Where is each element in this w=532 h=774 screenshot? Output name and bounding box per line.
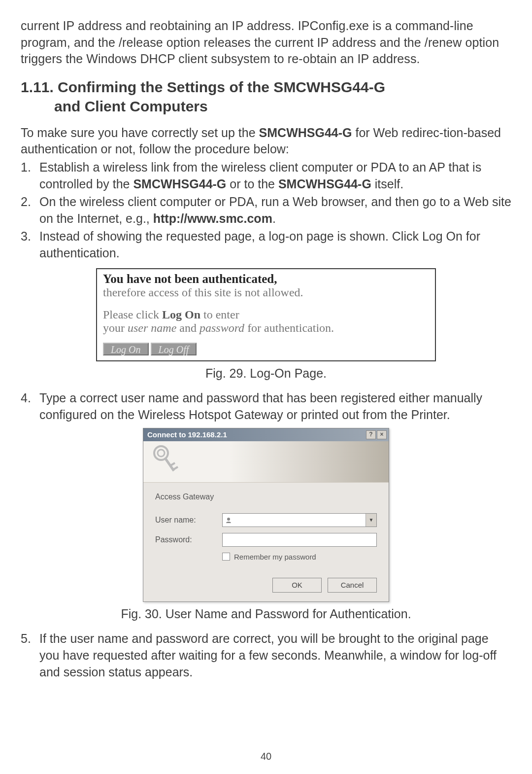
s2-t2: . xyxy=(272,211,276,225)
dialog-titlebar[interactable]: Connect to 192.168.2.1 ? × xyxy=(143,428,389,441)
realm-label: Access Gateway xyxy=(155,493,377,501)
steps-list-cont: Type a correct user name and password th… xyxy=(21,389,511,423)
step-4: Type a correct user name and password th… xyxy=(21,389,511,423)
user-icon xyxy=(223,514,234,527)
dialog-banner xyxy=(143,441,389,483)
s1-b1: SMCWHSG44-G xyxy=(133,177,226,191)
username-input[interactable] xyxy=(234,514,366,527)
steps-list-cont2: If the user name and password are correc… xyxy=(21,630,511,680)
password-row: Password: xyxy=(155,533,377,547)
figure-30-caption: Fig. 30. User Name and Password for Auth… xyxy=(21,607,511,621)
figure-29: You have not been authenticated, therefo… xyxy=(96,268,436,361)
heading-line1: 1.11. Confirming the Settings of the SMC… xyxy=(21,79,385,95)
auth-msg-line4: your user name and password for authenti… xyxy=(103,321,429,335)
chevron-down-icon: ▼ xyxy=(369,517,374,523)
remember-checkbox[interactable] xyxy=(222,553,230,561)
log-on-button[interactable]: Log On xyxy=(103,343,149,355)
s1-b2: SMCWHSG44-G xyxy=(278,177,371,191)
l4e: for authentication. xyxy=(244,321,334,334)
l3b: Log On xyxy=(162,308,200,321)
help-button[interactable]: ? xyxy=(366,430,376,439)
password-input[interactable] xyxy=(222,533,377,547)
step-2: On the wireless client computer or PDA, … xyxy=(21,193,511,227)
l3a: Please click xyxy=(103,308,162,321)
intro-text: To make sure you have correctly set up t… xyxy=(21,125,511,158)
log-off-button[interactable]: Log Off xyxy=(151,343,197,355)
l4b: user name xyxy=(128,321,176,334)
svg-line-3 xyxy=(170,463,175,466)
intro-t1: To make sure you have correctly set up t… xyxy=(21,126,259,140)
close-button[interactable]: × xyxy=(377,430,387,439)
logon-button-row: Log On Log Off xyxy=(103,343,429,355)
heading-line2: and Client Computers xyxy=(21,97,511,116)
svg-point-1 xyxy=(158,450,165,457)
section-heading: 1.11. Confirming the Settings of the SMC… xyxy=(21,77,511,116)
l4d: password xyxy=(200,321,244,334)
lead-paragraph: current IP address and reobtaining an IP… xyxy=(21,18,511,68)
s5-t1: If the user name and password are correc… xyxy=(39,632,497,679)
window-controls: ? × xyxy=(366,430,387,439)
l4c: and xyxy=(176,321,200,334)
auth-msg-line1: You have not been authenticated, xyxy=(103,272,429,286)
figure-30-dialog: Connect to 192.168.2.1 ? × Access Gatewa… xyxy=(143,428,389,602)
username-label: User name: xyxy=(155,516,222,525)
dialog-button-row: OK Cancel xyxy=(143,578,389,601)
step-1: Establish a wireless link from the wirel… xyxy=(21,159,511,192)
password-label: Password: xyxy=(155,535,222,544)
page-number: 40 xyxy=(0,751,532,762)
logon-page-box: You have not been authenticated, therefo… xyxy=(96,268,436,361)
remember-row: Remember my password xyxy=(222,553,377,561)
username-combo[interactable]: ▼ xyxy=(222,513,377,527)
step-5: If the user name and password are correc… xyxy=(21,630,511,680)
l4a: your xyxy=(103,321,128,334)
auth-msg-strong: You have not been authenticated, xyxy=(103,272,277,285)
s1-t3: itself. xyxy=(371,177,403,191)
cancel-button[interactable]: Cancel xyxy=(328,578,377,593)
step-3: Instead of showing the requested page, a… xyxy=(21,228,511,261)
s2-b1: http://www.smc.com xyxy=(153,211,272,225)
intro-bold1: SMCWHSG44-G xyxy=(259,126,352,140)
dialog-body: Access Gateway User name: ▼ Password: Re… xyxy=(143,483,389,578)
svg-point-5 xyxy=(227,518,230,521)
remember-label: Remember my password xyxy=(234,553,316,561)
dialog-title: Connect to 192.168.2.1 xyxy=(147,430,227,439)
s4-t1: Type a correct user name and password th… xyxy=(39,391,482,422)
s3-t1: Instead of showing the requested page, a… xyxy=(39,229,480,260)
dropdown-button[interactable]: ▼ xyxy=(366,514,376,527)
l3c: to enter xyxy=(200,308,239,321)
auth-msg-line3: Please click Log On to enter xyxy=(103,308,429,321)
keys-icon xyxy=(150,444,180,479)
svg-line-4 xyxy=(173,467,178,470)
figure-29-caption: Fig. 29. Log-On Page. xyxy=(21,366,511,381)
s1-t2: or to the xyxy=(226,177,278,191)
ok-button[interactable]: OK xyxy=(272,578,322,593)
username-row: User name: ▼ xyxy=(155,513,377,527)
auth-msg-line2: therefore access of this site is not all… xyxy=(103,286,429,299)
steps-list: Establish a wireless link from the wirel… xyxy=(21,159,511,261)
